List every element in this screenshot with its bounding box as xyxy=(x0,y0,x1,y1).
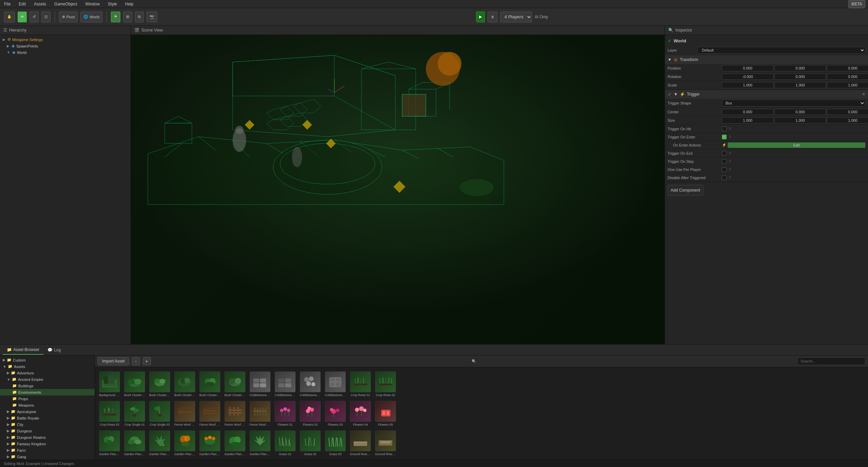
on-exit-checkbox[interactable] xyxy=(722,151,727,156)
toolbar-refresh[interactable]: ↺ xyxy=(29,12,39,22)
menu-window[interactable]: Window xyxy=(84,1,101,7)
hierarchy-item-spawnpoints[interactable]: ▶ ◉ SpawnPoints xyxy=(0,43,131,49)
position-y[interactable] xyxy=(774,65,826,71)
asset-item-bush-cluster-1[interactable]: Bush Cluster 0... xyxy=(123,370,146,398)
scale-z[interactable] xyxy=(827,82,868,88)
asset-item-bush-cluster-5[interactable]: Bush Cluster 0... xyxy=(223,370,247,398)
asset-item-background-is[interactable]: Background Is... xyxy=(98,370,121,398)
asset-item-garden-plants-4[interactable]: Garden Plants... xyxy=(173,429,197,457)
world-btn[interactable]: 🌐 World xyxy=(80,12,102,22)
pivot-btn[interactable]: ⊕ Pivot xyxy=(59,12,78,22)
asset-item-bush-cluster-3[interactable]: Bush Cluster 0... xyxy=(173,370,197,398)
layer-select[interactable]: Default UI World xyxy=(697,47,865,54)
asset-item-bush-cluster-4[interactable]: Bush Cluster 0... xyxy=(198,370,222,398)
help-icon[interactable]: ? xyxy=(729,135,731,139)
menu-assets[interactable]: Assets xyxy=(33,1,47,7)
on-hit-checkbox[interactable] xyxy=(722,127,727,131)
asset-item-flowers-03[interactable]: Flowers 03 xyxy=(323,400,347,428)
add-component-button[interactable]: Add Component xyxy=(668,185,703,196)
asset-item-bush-cluster-2[interactable]: Bush Cluster 0... xyxy=(148,370,172,398)
asset-item-crop-rows-02[interactable]: Crop Rows 02 xyxy=(374,370,397,398)
asset-tree-city[interactable]: ▶ 📁 City xyxy=(0,421,95,428)
asset-tree-battle-royale[interactable]: ▶ 📁 Battle Royale xyxy=(0,415,95,421)
asset-item-garden-plants-6[interactable]: Garden Plants... xyxy=(223,429,247,457)
tab-asset-browser[interactable]: 📁 Asset Browser xyxy=(3,345,43,355)
asset-item-garden-plants-5[interactable]: Garden Plants... xyxy=(198,429,222,457)
asset-item-flowers-01[interactable]: Flowers 01 xyxy=(273,400,297,428)
asset-tree-props[interactable]: 📁 Props xyxy=(0,395,95,402)
asset-item-ground-row-2[interactable]: Ground Row 0... xyxy=(374,429,397,457)
menu-edit[interactable]: Edit xyxy=(17,1,27,7)
asset-tree-ancient-empire[interactable]: ▼ 📁 Ancient Empire xyxy=(0,376,95,383)
hierarchy-item-world[interactable]: ▼ ◉ World xyxy=(0,49,131,56)
size-z[interactable] xyxy=(827,117,868,123)
asset-item-crop-single-01[interactable]: Crop Single 01 xyxy=(123,400,146,428)
scale-y[interactable] xyxy=(774,82,826,88)
center-y[interactable] xyxy=(774,109,826,115)
close-icon[interactable]: ✕ xyxy=(862,92,865,97)
grid-btn[interactable]: ⊞ xyxy=(123,12,132,22)
menu-file[interactable]: File xyxy=(3,1,12,7)
center-z[interactable] xyxy=(827,109,868,115)
menu-style[interactable]: Style xyxy=(106,1,118,7)
toolbar-hand[interactable]: ✋ xyxy=(4,12,15,22)
search-input[interactable] xyxy=(797,357,865,365)
transform-header[interactable]: ▼ ⊕ Transform xyxy=(665,55,868,64)
scene-view[interactable] xyxy=(131,35,665,344)
asset-item-grass-03[interactable]: Grass 03 xyxy=(323,429,347,457)
asset-tree-fantasy-kingdom[interactable]: ▶ 📁 Fantasy Kingdom xyxy=(0,441,95,447)
menu-help[interactable]: Help xyxy=(124,1,135,7)
asset-item-cobblestone-2[interactable]: Cobblestone 0... xyxy=(273,370,297,398)
asset-item-crop-single-02[interactable]: Crop Single 02 xyxy=(148,400,172,428)
tab-log[interactable]: 💬 Log xyxy=(43,346,65,354)
asset-tree-apocalypse[interactable]: ▶ 📁 Apocalypse xyxy=(0,408,95,415)
asset-item-ground-row-1[interactable]: Ground Row 0... xyxy=(349,429,372,457)
asset-tree-environments[interactable]: 📁 Environments xyxy=(0,389,95,395)
help-icon[interactable]: ? xyxy=(729,127,731,131)
one-use-checkbox[interactable] xyxy=(722,167,727,172)
asset-tree-adventure[interactable]: ▶ 📁 Adventure xyxy=(0,370,95,376)
asset-tree-buildings[interactable]: 📁 Buildings xyxy=(0,383,95,389)
asset-item-fence-woof-3[interactable]: Fence Woof 0... xyxy=(223,400,247,428)
help-icon[interactable]: ? xyxy=(729,151,731,155)
asset-item-cobblestone-3[interactable]: Cobblestone 0... xyxy=(298,370,322,398)
asset-item-flowers-02[interactable]: Flowers 02 xyxy=(298,400,322,428)
zoom-out-btn[interactable]: - xyxy=(132,357,140,365)
center-x[interactable] xyxy=(722,109,773,115)
edit-actions-btn[interactable]: Edit xyxy=(728,142,865,148)
trigger-header[interactable]: ✓ ▼ ⚡ Trigger ✕ xyxy=(665,90,868,99)
asset-item-fence-woof-g[interactable]: Fence Woof G... xyxy=(248,400,272,428)
asset-item-grass-01[interactable]: Grass 01 xyxy=(273,429,297,457)
asset-item-cobblestone-4[interactable]: Cobblestone 0... xyxy=(323,370,347,398)
asset-item-cobblestone-1[interactable]: Cobblestone 0... xyxy=(248,370,272,398)
rotation-x[interactable] xyxy=(722,74,773,80)
asset-tree-gang[interactable]: ▶ 📁 Gang xyxy=(0,453,95,460)
position-z[interactable] xyxy=(827,65,868,71)
rotation-y[interactable] xyxy=(774,74,826,80)
asset-item-fence-woof-1[interactable]: Fence Woof 0... xyxy=(173,400,197,428)
flag-btn[interactable]: ⚑ xyxy=(111,12,120,22)
asset-tree-farm[interactable]: ▶ 📁 Farm xyxy=(0,447,95,453)
help-icon[interactable]: ? xyxy=(729,168,731,172)
rotation-z[interactable] xyxy=(827,74,868,80)
zoom-in-btn[interactable]: + xyxy=(143,357,151,365)
asset-item-grass-02[interactable]: Grass 02 xyxy=(298,429,322,457)
asset-tree-assets[interactable]: ▼ 📁 Assets xyxy=(0,363,95,370)
layers-btn[interactable]: ⧉ xyxy=(135,12,144,22)
asset-item-garden-plants-1[interactable]: Garden Plants... xyxy=(98,429,121,457)
disable-checkbox[interactable] xyxy=(722,175,727,180)
menu-gameobject[interactable]: GameObject xyxy=(53,1,78,7)
camera-btn[interactable]: 📷 xyxy=(146,12,157,22)
help-icon[interactable]: ? xyxy=(729,176,731,180)
scale-x[interactable] xyxy=(722,82,773,88)
on-stay-checkbox[interactable] xyxy=(722,159,727,164)
pause-button[interactable]: ⏸ xyxy=(488,12,497,22)
trigger-shape-select[interactable]: Box Sphere Capsule xyxy=(722,100,865,106)
help-icon[interactable]: ? xyxy=(729,159,731,163)
toolbar-frame[interactable]: ⊡ xyxy=(41,12,51,22)
hierarchy-item-minigame[interactable]: ▶ ⚙ Minigame Settings xyxy=(0,36,131,43)
asset-item-fence-woof-2[interactable]: Fence Woof 0... xyxy=(198,400,222,428)
play-button[interactable]: ▶ xyxy=(476,12,485,22)
asset-item-garden-plants-2[interactable]: Garden Plants... xyxy=(123,429,146,457)
asset-item-flowers-05[interactable]: Flowers 05 xyxy=(374,400,397,428)
